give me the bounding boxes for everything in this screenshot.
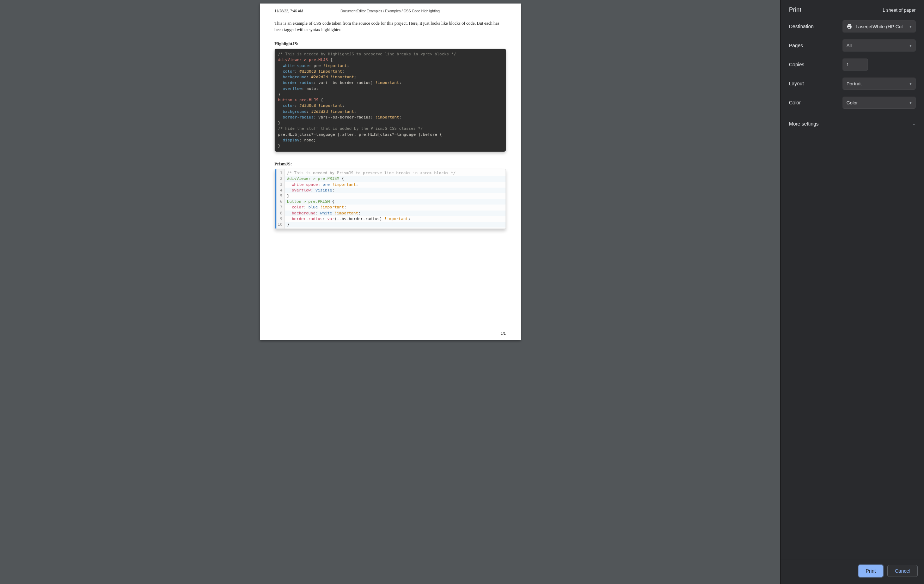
layout-value: Portrait	[846, 81, 862, 86]
chevron-down-icon: ▼	[909, 44, 912, 48]
code-block-highlightjs: /* This is needed by HighlightJS to pres…	[275, 49, 506, 152]
page-number: 1/1	[501, 331, 506, 335]
label-copies: Copies	[789, 62, 838, 67]
row-layout: Layout Portrait ▼	[780, 74, 924, 93]
copies-input[interactable]	[846, 62, 864, 67]
row-color: Color Color ▼	[780, 93, 924, 112]
intro-text: This is an example of CSS code taken fro…	[275, 20, 506, 33]
destination-value: LaserjetWhite (HP Col	[856, 24, 903, 29]
row-destination: Destination LaserjetWhite (HP Col ▼	[780, 17, 924, 36]
row-copies: Copies	[780, 55, 924, 74]
cancel-button[interactable]: Cancel	[887, 565, 917, 577]
chevron-down-icon: ▼	[909, 82, 912, 86]
row-pages: Pages All ▼	[780, 36, 924, 55]
chevron-down-icon: ⌄	[912, 121, 916, 126]
preview-page: 11/28/22, 7:46 AM DocumentEditor Example…	[260, 3, 521, 340]
print-sidebar: Print 1 sheet of paper Destination Laser…	[780, 0, 924, 584]
label-destination: Destination	[789, 24, 838, 29]
label-color: Color	[789, 100, 838, 106]
pages-select[interactable]: All ▼	[843, 40, 916, 51]
sidebar-title: Print	[789, 7, 801, 13]
page-header: 11/28/22, 7:46 AM DocumentEditor Example…	[275, 9, 506, 13]
print-preview-area[interactable]: 11/28/22, 7:46 AM DocumentEditor Example…	[0, 0, 780, 584]
section-title-prismjs: PrismJS:	[275, 162, 506, 167]
sidebar-footer: Print Cancel	[780, 560, 924, 584]
label-pages: Pages	[789, 43, 838, 48]
destination-select[interactable]: LaserjetWhite (HP Col ▼	[843, 20, 916, 32]
sheet-count: 1 sheet of paper	[883, 7, 916, 13]
layout-select[interactable]: Portrait ▼	[843, 78, 916, 89]
copies-input-wrap[interactable]	[843, 58, 868, 71]
pages-value: All	[846, 43, 852, 48]
print-button[interactable]: Print	[858, 565, 883, 577]
chevron-down-icon: ▼	[909, 101, 912, 105]
color-value: Color	[846, 100, 858, 106]
section-title-highlightjs: HighlightJS:	[275, 41, 506, 46]
more-settings-label: More settings	[789, 121, 818, 127]
header-timestamp: 11/28/22, 7:46 AM	[275, 9, 303, 13]
printer-icon	[846, 24, 852, 29]
more-settings-toggle[interactable]: More settings ⌄	[780, 116, 924, 132]
chevron-down-icon: ▼	[909, 25, 912, 28]
color-select[interactable]: Color ▼	[843, 97, 916, 109]
label-layout: Layout	[789, 81, 838, 86]
code-block-prismjs: 12345678910 /* This is needed by PrismJS…	[275, 169, 506, 229]
